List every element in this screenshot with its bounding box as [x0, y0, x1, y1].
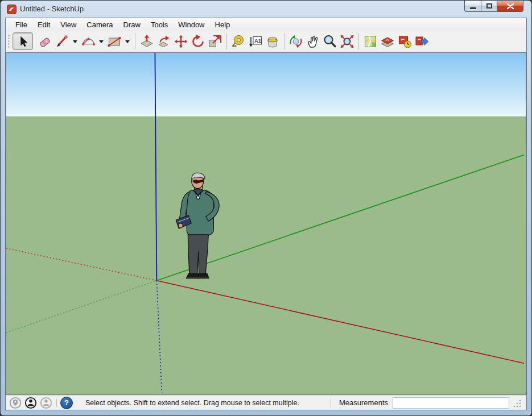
toolbar-separator [135, 34, 135, 49]
arc-protractor-icon [81, 34, 96, 49]
eraser-icon [38, 34, 52, 49]
orbit-tool-button[interactable] [287, 32, 304, 51]
orbit-icon [288, 34, 303, 49]
menu-tools[interactable]: Tools [146, 19, 173, 31]
photo-textures-tool-button[interactable] [396, 32, 413, 51]
viewport-3d[interactable] [6, 52, 526, 395]
titlebar[interactable]: Untitled - SketchUp [1, 1, 531, 18]
zoom-tool-button[interactable] [321, 32, 339, 51]
line-options-dropdown[interactable] [71, 32, 80, 51]
resize-grip[interactable] [513, 398, 522, 407]
toggle-terrain-tool-button[interactable] [379, 32, 396, 51]
maximize-icon [486, 3, 492, 9]
scene-canvas[interactable] [6, 53, 526, 394]
chevron-down-icon [98, 39, 104, 44]
geolocation-status-icon[interactable] [9, 397, 22, 409]
measurements-input[interactable] [393, 397, 509, 409]
rectangle-tool-button[interactable] [106, 32, 123, 51]
statusbar: ? Select objects. Shift to extend select… [6, 395, 526, 410]
menu-help[interactable]: Help [210, 19, 236, 31]
text-tool-icon: A1 [248, 34, 263, 49]
select-tool-button[interactable] [13, 32, 33, 50]
paint-bucket-tool-button[interactable] [264, 32, 281, 51]
toolbar-separator [284, 34, 284, 49]
menubar: File Edit View Camera Draw Tools Window … [6, 18, 526, 31]
toolbar-separator [226, 34, 227, 49]
tape-measure-tool-button[interactable] [230, 32, 247, 51]
menu-window[interactable]: Window [173, 19, 209, 31]
minimize-icon [470, 7, 476, 9]
zoom-extents-tool-button[interactable] [339, 32, 356, 51]
pan-hand-icon [306, 34, 320, 49]
status-text: Select objects. Shift to extend select. … [85, 399, 329, 407]
chevron-down-icon [72, 39, 78, 44]
toolbar-grip[interactable] [7, 34, 10, 49]
toolbar-separator [358, 34, 359, 49]
toggle-terrain-icon [380, 34, 395, 49]
sky [6, 53, 526, 117]
chevron-down-icon [125, 39, 130, 44]
measurements-label: Measurements [339, 398, 388, 407]
menu-draw[interactable]: Draw [118, 19, 146, 31]
text-tool-button[interactable]: A1 [247, 32, 264, 51]
preview-earth-icon [414, 34, 429, 49]
photo-textures-icon [397, 34, 412, 49]
push-pull-tool-button[interactable] [138, 32, 155, 51]
sign-in-status-icon[interactable] [40, 397, 52, 409]
add-location-map-icon [363, 34, 378, 49]
menu-view[interactable]: View [55, 19, 81, 31]
tape-measure-icon [231, 34, 246, 49]
toolbar: A1 [6, 31, 526, 52]
menu-edit[interactable]: Edit [32, 19, 55, 31]
close-icon [507, 3, 514, 9]
line-tool-button[interactable] [53, 32, 71, 51]
help-glyph: ? [64, 398, 69, 407]
help-icon[interactable]: ? [60, 397, 73, 409]
push-pull-icon [139, 34, 154, 49]
client-area: File Edit View Camera Draw Tools Window … [5, 18, 527, 410]
menu-camera[interactable]: Camera [81, 19, 118, 31]
svg-text:A1: A1 [254, 38, 262, 44]
pan-tool-button[interactable] [304, 32, 321, 51]
credits-status-icon[interactable] [24, 397, 37, 409]
zoom-magnifier-icon [323, 34, 337, 49]
move-tool-button[interactable] [172, 32, 189, 51]
follow-me-tool-button[interactable] [155, 32, 172, 51]
menu-file[interactable]: File [10, 19, 32, 31]
scale-icon [208, 34, 222, 49]
window-title: Untitled - SketchUp [20, 5, 84, 13]
close-button[interactable] [497, 1, 523, 12]
arc-options-dropdown[interactable] [97, 32, 106, 51]
rectangle-icon [107, 34, 122, 49]
arc-tool-button[interactable] [80, 32, 97, 51]
paint-bucket-icon [265, 34, 280, 49]
caption-buttons [464, 1, 523, 12]
sketchup-logo-icon [7, 5, 17, 14]
maximize-button[interactable] [481, 1, 497, 12]
zoom-extents-icon [340, 34, 354, 49]
follow-me-icon [156, 34, 171, 49]
rotate-tool-button[interactable] [189, 32, 207, 51]
move-icon [174, 34, 188, 49]
preview-in-google-earth-tool-button[interactable] [413, 32, 430, 51]
select-arrow-icon [16, 35, 30, 48]
rectangle-options-dropdown[interactable] [123, 32, 132, 51]
statusbar-separator [331, 399, 331, 407]
add-location-tool-button[interactable] [362, 32, 379, 51]
minimize-button[interactable] [464, 1, 481, 12]
scale-tool-button[interactable] [207, 32, 224, 51]
eraser-tool-button[interactable] [36, 32, 53, 51]
rotate-icon [191, 34, 205, 49]
ground-plane [6, 117, 526, 394]
statusbar-separator [56, 399, 57, 407]
sketchup-window: Untitled - SketchUp File Edit View Camer… [0, 0, 532, 416]
pencil-icon [55, 34, 69, 49]
